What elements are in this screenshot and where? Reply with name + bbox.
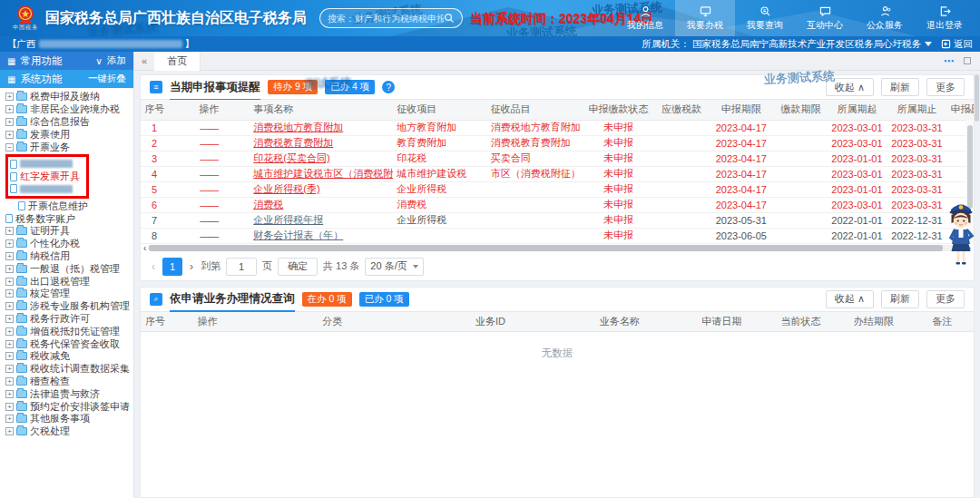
expand-plus-icon[interactable]: +	[5, 352, 14, 360]
sidebar-tree-item[interactable]: +个性化办税	[5, 238, 133, 250]
expand-plus-icon[interactable]: +	[5, 327, 14, 336]
sidebar-tree-item[interactable]: +发票使用	[5, 128, 133, 141]
per-page-select[interactable]: 20 条/页	[365, 258, 423, 276]
scroll-left-icon[interactable]: ‹	[143, 244, 146, 253]
expand-plus-icon[interactable]: +	[5, 403, 14, 411]
agency-value[interactable]: 国家税务总局南宁高新技术产业开发区税务局心圩税务	[692, 38, 921, 49]
sidebar-tree-item[interactable]: −开票业务	[5, 141, 133, 153]
collapse-button[interactable]: 收起 ∧	[826, 78, 874, 96]
done-badge[interactable]: 已办 0 项	[359, 292, 409, 307]
add-button[interactable]: 添加	[107, 54, 126, 67]
expand-plus-icon[interactable]: +	[5, 365, 14, 373]
prev-page-icon[interactable]: ‹	[150, 260, 157, 273]
nav-public-service[interactable]: 公众服务	[855, 0, 915, 36]
expand-plus-icon[interactable]: +	[5, 289, 14, 298]
sidebar-tree-item[interactable]	[10, 158, 86, 171]
sidebar-tree-item[interactable]: +预约定价安排谈签申请	[5, 400, 133, 413]
sidebar-tree-item[interactable]: 开票信息维护	[5, 200, 133, 212]
expand-plus-icon[interactable]: +	[5, 315, 14, 323]
back-button[interactable]: 返回	[941, 38, 973, 51]
pending-badge[interactable]: 待办 9 项	[268, 80, 318, 94]
page-input[interactable]	[226, 258, 257, 276]
expand-plus-icon[interactable]: +	[5, 340, 14, 348]
nav-interaction-center[interactable]: 互动中心	[795, 0, 855, 36]
tab-home[interactable]: 首页	[154, 52, 201, 71]
tab-more-icon[interactable]: ⋯	[944, 55, 955, 67]
nav-logout[interactable]: 退出登录	[915, 0, 975, 36]
more-button[interactable]: 更多	[926, 78, 965, 96]
collapse-tabs-icon[interactable]: «	[134, 55, 154, 66]
expand-plus-icon[interactable]: +	[5, 278, 14, 286]
sidebar-tree-item[interactable]: +涉税专业服务机构管理	[5, 300, 133, 313]
vertical-scroll-thumb[interactable]	[967, 125, 973, 209]
help-icon[interactable]: ?	[382, 81, 395, 93]
sidebar-tree-item[interactable]: +税务代保管资金收取	[5, 337, 133, 350]
expand-plus-icon[interactable]: +	[5, 239, 14, 248]
declaration-link[interactable]: 企业所得税(季)	[253, 183, 319, 194]
expand-plus-icon[interactable]: +	[5, 131, 14, 139]
sidebar-tree-item[interactable]: +一般退（抵）税管理	[5, 262, 133, 275]
expand-plus-icon[interactable]: +	[5, 252, 14, 260]
chevron-icon[interactable]: ∨	[95, 55, 103, 66]
expand-plus-icon[interactable]: +	[5, 302, 14, 310]
declaration-link[interactable]: 财务会计报表（年）	[253, 229, 343, 240]
nav-my-info[interactable]: 我的信息	[615, 0, 675, 36]
expand-plus-icon[interactable]: +	[5, 118, 14, 126]
declaration-link[interactable]: 企业所得税年报	[253, 214, 323, 225]
sidebar-tree-item[interactable]: +税务行政许可	[5, 313, 133, 326]
window-scrollbar[interactable]	[975, 74, 979, 122]
more-button[interactable]: 更多	[926, 290, 965, 308]
sidebar-tree-item[interactable]: +税费申报及缴纳	[5, 91, 133, 103]
horizontal-scrollbar[interactable]: ‹ ›	[141, 244, 974, 253]
sidebar-tree-item[interactable]: +核定管理	[5, 288, 133, 300]
refresh-button[interactable]: 刷新	[881, 78, 919, 96]
sidebar-tree-item[interactable]: +出口退税管理	[5, 275, 133, 288]
expand-plus-icon[interactable]: +	[5, 377, 14, 386]
mascot-tax-officer[interactable]	[944, 198, 978, 267]
sidebar-tree-item[interactable]: +稽查检查	[5, 376, 133, 388]
chevron-down-icon[interactable]	[925, 42, 932, 46]
sidebar-tree-item[interactable]: +税收减免	[5, 350, 133, 363]
nav-query[interactable]: 我要查询	[735, 0, 795, 36]
sidebar-item-red-invoice[interactable]: 红字发票开具	[10, 171, 86, 183]
maximize-icon[interactable]	[964, 57, 971, 64]
current-page[interactable]: 1	[162, 258, 182, 276]
horizontal-scroll-thumb[interactable]	[149, 245, 942, 251]
next-page-icon[interactable]: ›	[188, 260, 195, 273]
expand-plus-icon[interactable]: +	[5, 105, 14, 113]
sidebar-tree-item[interactable]	[10, 183, 86, 196]
nav-do-tax[interactable]: 我要办税	[675, 0, 735, 36]
expand-plus-icon[interactable]: +	[5, 265, 14, 273]
collapse-button[interactable]: 收起 ∧	[826, 290, 874, 308]
sidebar-tree-item[interactable]: +增值税抵扣凭证管理	[5, 325, 133, 337]
sidebar-tree-item[interactable]: +其他服务事项	[5, 413, 133, 425]
sidebar-tree-item[interactable]: +法律追责与救济	[5, 387, 133, 400]
sidebar-system-functions[interactable]: ▦ 系统功能 一键折叠	[0, 70, 133, 88]
sidebar-tree-item[interactable]: +欠税处理	[5, 425, 133, 438]
sidebar-common-functions[interactable]: ▦ 常用功能 ∨ 添加	[0, 52, 133, 70]
collapse-minus-icon[interactable]: −	[5, 143, 14, 151]
sidebar-tree-item[interactable]: +证明开具	[5, 225, 133, 238]
sidebar-tree-item[interactable]: +非居民企业跨境办税	[5, 103, 133, 116]
sidebar-tree-item[interactable]: +税收统计调查数据采集	[5, 363, 133, 376]
search-input[interactable]	[328, 14, 444, 24]
expand-plus-icon[interactable]: +	[5, 415, 14, 423]
declaration-link[interactable]: 消费税地方教育附加	[253, 122, 343, 132]
collapse-all-button[interactable]: 一键折叠	[88, 73, 126, 85]
done-badge[interactable]: 已办 4 项	[325, 80, 375, 94]
search-icon[interactable]	[444, 13, 455, 24]
expand-plus-icon[interactable]: +	[5, 93, 14, 101]
header-search[interactable]	[319, 8, 463, 28]
inprogress-badge[interactable]: 在办 0 项	[302, 292, 352, 307]
declaration-link[interactable]: 印花税(买卖合同)	[253, 152, 329, 163]
declaration-link[interactable]: 城市维护建设税市区（消费税附征）	[253, 168, 393, 179]
confirm-page-button[interactable]: 确定	[278, 258, 318, 276]
scroll-up-icon[interactable]: ∧	[967, 107, 973, 115]
sidebar-tree-item[interactable]: +综合信息报告	[5, 116, 133, 129]
declaration-link[interactable]: 消费税教育费附加	[253, 137, 333, 148]
expand-plus-icon[interactable]: +	[5, 390, 14, 398]
refresh-button[interactable]: 刷新	[881, 290, 919, 308]
declaration-link[interactable]: 消费税	[253, 199, 283, 210]
sidebar-tree-item[interactable]: +纳税信用	[5, 250, 133, 263]
expand-plus-icon[interactable]: +	[5, 427, 14, 435]
